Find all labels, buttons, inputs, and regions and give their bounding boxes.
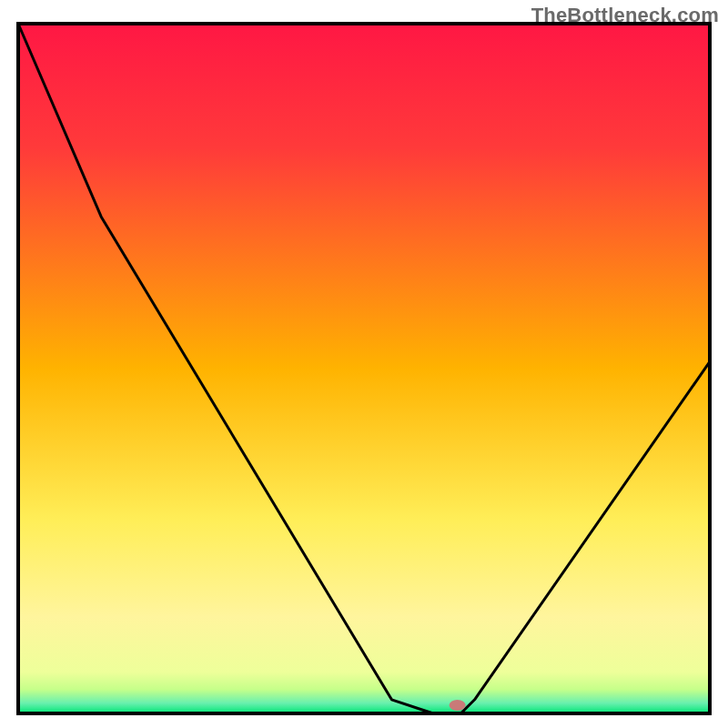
- optimal-marker: [450, 700, 466, 711]
- watermark-text: TheBottleneck.com: [531, 4, 719, 27]
- chart-container: TheBottleneck.com: [0, 0, 728, 728]
- plot-background: [18, 24, 710, 713]
- bottleneck-chart: [0, 0, 728, 728]
